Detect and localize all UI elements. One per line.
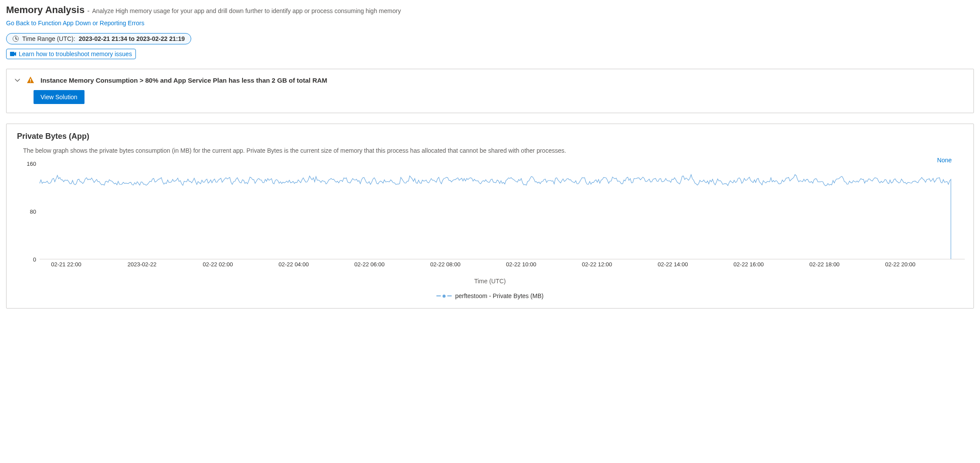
chart-series-line <box>40 174 951 259</box>
title-separator: - <box>87 7 89 15</box>
learn-link[interactable]: Learn how to troubleshoot memory issues <box>6 49 136 59</box>
legend-marker-icon <box>436 295 452 298</box>
chart-x-axis: 02-21 22:002023-02-2202-22 02:0002-22 04… <box>40 259 965 277</box>
y-tick: 0 <box>33 256 36 263</box>
x-tick: 02-22 14:00 <box>658 261 688 268</box>
svg-rect-2 <box>30 81 31 82</box>
chevron-down-icon[interactable] <box>14 77 20 83</box>
x-tick: 02-21 22:00 <box>51 261 81 268</box>
warning-icon <box>27 76 34 84</box>
view-solution-button[interactable]: View Solution <box>34 90 84 104</box>
x-tick: 02-22 08:00 <box>430 261 460 268</box>
page-header: Memory Analysis - Analyze High memory us… <box>6 4 974 16</box>
x-tick: 02-22 16:00 <box>733 261 764 268</box>
video-icon <box>10 51 16 57</box>
x-tick: 02-22 10:00 <box>506 261 536 268</box>
y-tick: 80 <box>30 208 36 215</box>
learn-link-label: Learn how to troubleshoot memory issues <box>19 50 132 57</box>
page-title: Memory Analysis <box>6 4 84 16</box>
chart-y-axis: 080160 <box>15 164 40 259</box>
x-tick: 02-22 12:00 <box>582 261 612 268</box>
chart-plot-area[interactable] <box>40 164 965 259</box>
time-range-label: Time Range (UTC): <box>22 35 75 42</box>
chart-title: Private Bytes (App) <box>17 132 965 141</box>
chart-plot: 080160 <box>15 164 965 259</box>
chart-legend[interactable]: perftestoom - Private Bytes (MB) <box>15 292 965 299</box>
x-tick: 02-22 06:00 <box>355 261 385 268</box>
back-link[interactable]: Go Back to Function App Down or Reportin… <box>6 20 144 27</box>
chart-legend-label: perftestoom - Private Bytes (MB) <box>455 292 544 299</box>
svg-rect-1 <box>30 79 31 81</box>
time-range-value: 2023-02-21 21:34 to 2023-02-22 21:19 <box>79 35 185 42</box>
x-tick: 02-22 18:00 <box>809 261 839 268</box>
alert-text: Instance Memory Consumption > 80% and Ap… <box>41 77 327 84</box>
page-subtitle: Analyze High memory usage for your app a… <box>92 7 401 14</box>
chart-series-toggle[interactable]: None <box>937 157 952 164</box>
time-range-selector[interactable]: Time Range (UTC): 2023-02-21 21:34 to 20… <box>6 33 191 44</box>
svg-rect-0 <box>10 52 14 56</box>
clock-icon <box>13 36 19 42</box>
chart-description: The below graph shows the private bytes … <box>23 147 965 154</box>
alert-panel: Instance Memory Consumption > 80% and Ap… <box>6 69 974 113</box>
x-tick: 02-22 02:00 <box>203 261 233 268</box>
x-tick: 2023-02-22 <box>128 261 157 268</box>
chart-panel: Private Bytes (App) The below graph show… <box>6 124 974 309</box>
chart-x-label: Time (UTC) <box>15 278 965 285</box>
x-tick: 02-22 04:00 <box>279 261 309 268</box>
x-tick: 02-22 20:00 <box>885 261 915 268</box>
y-tick: 160 <box>27 161 36 167</box>
